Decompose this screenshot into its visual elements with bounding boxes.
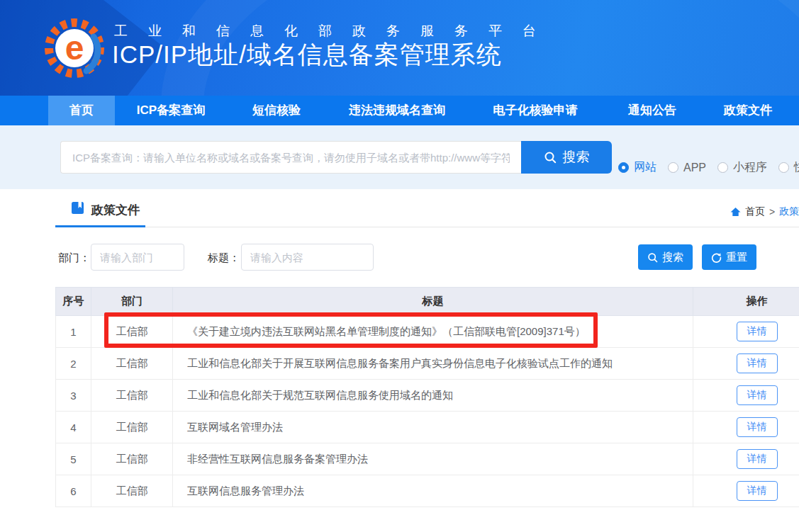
row-no: 2 <box>56 348 91 380</box>
nav-item-policy-files[interactable]: 政策文件 <box>702 96 794 125</box>
title-filter-label: 标题： <box>208 251 240 265</box>
detail-button[interactable]: 详情 <box>737 353 778 373</box>
breadcrumb-home-link[interactable]: 首页 <box>745 205 765 218</box>
row-dept: 工信部 <box>91 475 173 507</box>
radio-option-app[interactable]: APP <box>668 162 706 174</box>
row-dept: 工信部 <box>91 412 173 443</box>
row-title: 非经营性互联网信息服务备案管理办法 <box>173 443 693 475</box>
filter-search-button[interactable]: 搜索 <box>638 244 693 270</box>
breadcrumb: 首页 > 政策文件 <box>730 205 799 218</box>
row-no: 4 <box>56 412 91 443</box>
home-icon <box>730 207 741 217</box>
radio-icon <box>618 162 629 173</box>
nav-item-announcements[interactable]: 通知公告 <box>603 96 702 125</box>
row-no: 5 <box>56 443 91 475</box>
detail-button[interactable]: 详情 <box>737 449 778 469</box>
nav-item-home[interactable]: 首页 <box>48 96 115 125</box>
table-row: 3 工信部 工业和信息化部关于规范互联网信息服务使用域名的通知 详情 <box>56 380 799 412</box>
detail-button[interactable]: 详情 <box>737 417 778 437</box>
row-no: 6 <box>56 475 91 507</box>
radio-icon <box>778 162 789 173</box>
radio-icon <box>717 162 728 173</box>
nav-item-icp-query[interactable]: ICP备案查询 <box>115 96 227 125</box>
dept-filter-input[interactable] <box>91 244 184 271</box>
row-actions: 详情 <box>693 316 799 348</box>
row-actions: 详情 <box>693 380 799 412</box>
section-title: 政策文件 <box>91 202 140 218</box>
table-row: 6 工信部 互联网信息服务管理办法 详情 <box>56 475 799 507</box>
radio-label: APP <box>683 162 706 174</box>
icp-search-button-label: 搜索 <box>563 148 590 166</box>
row-dept: 工信部 <box>91 380 173 412</box>
nav-item-e-verify-apply[interactable]: 电子化核验申请 <box>468 96 603 125</box>
table-row: 2 工信部 工业和信息化部关于开展互联网信息服务备案用户真实身份信息电子化核验试… <box>56 348 799 380</box>
col-header-title: 标题 <box>173 288 693 316</box>
row-title: 《关于建立境内违法互联网站黑名单管理制度的通知》（工信部联电管[2009]371… <box>173 316 693 348</box>
row-title: 工业和信息化部关于规范互联网信息服务使用域名的通知 <box>173 380 693 412</box>
table-row: 1 工信部 《关于建立境内违法互联网站黑名单管理制度的通知》（工信部联电管[20… <box>56 316 799 348</box>
radio-icon <box>668 162 678 173</box>
row-actions: 详情 <box>693 475 799 507</box>
row-actions: 详情 <box>693 412 799 443</box>
table-row: 4 工信部 互联网域名管理办法 详情 <box>56 412 799 443</box>
section-active-tab-bar <box>55 225 145 227</box>
logo-letter-e: e <box>65 29 84 67</box>
row-dept: 工信部 <box>91 348 173 380</box>
col-header-no: 序号 <box>56 288 91 316</box>
radio-label: 小程序 <box>733 160 767 175</box>
gear-e-logo-icon: e <box>43 16 106 81</box>
filter-reset-button[interactable]: 重置 <box>702 244 756 270</box>
col-header-dept: 部门 <box>91 288 173 316</box>
refresh-icon <box>711 252 722 263</box>
nav-item-sms-verify[interactable]: 短信核验 <box>227 96 326 125</box>
search-icon <box>647 252 658 263</box>
policy-doc-icon <box>71 201 84 215</box>
radio-option-website[interactable]: 网站 <box>618 160 656 175</box>
radio-option-quickapp[interactable]: 快应用 <box>778 160 799 175</box>
radio-option-miniprogram[interactable]: 小程序 <box>717 160 767 175</box>
site-header: e 工业和信息化部政务服务平台 ICP/IP地址/域名信息备案管理系统 <box>0 0 799 96</box>
icp-search-input[interactable] <box>60 141 521 174</box>
row-actions: 详情 <box>693 443 799 475</box>
search-icon <box>544 151 557 164</box>
main-nav: 首页 ICP备案查询 短信核验 违法违规域名查询 电子化核验申请 通知公告 政策… <box>0 96 799 125</box>
row-dept: 工信部 <box>91 316 173 348</box>
title-filter-input[interactable] <box>241 244 374 271</box>
row-actions: 详情 <box>693 348 799 380</box>
nav-item-illegal-domains[interactable]: 违法违规域名查询 <box>326 96 468 125</box>
detail-button[interactable]: 详情 <box>737 322 778 341</box>
filter-search-label: 搜索 <box>662 251 683 264</box>
col-header-op: 操作 <box>693 288 799 316</box>
table-header-row: 序号 部门 标题 操作 <box>56 288 799 316</box>
radio-label: 网站 <box>634 160 656 175</box>
row-no: 3 <box>56 380 91 412</box>
query-type-radio-group: 网站 APP 小程序 快应用 <box>618 160 799 175</box>
row-title: 工业和信息化部关于开展互联网信息服务备案用户真实身份信息电子化核验试点工作的通知 <box>173 348 693 380</box>
page: e 工业和信息化部政务服务平台 ICP/IP地址/域名信息备案管理系统 首页 I… <box>0 0 799 532</box>
detail-button[interactable]: 详情 <box>737 385 778 405</box>
detail-button[interactable]: 详情 <box>737 481 778 501</box>
policy-table: 序号 部门 标题 操作 1 工信部 《关于建立境内违法互联网站黑名单管理制度的通… <box>55 287 799 507</box>
page-title: ICP/IP地址/域名信息备案管理系统 <box>112 38 502 72</box>
section-divider <box>55 227 799 227</box>
row-title: 互联网信息服务管理办法 <box>173 475 693 507</box>
row-no: 1 <box>56 316 91 348</box>
table-row: 5 工信部 非经营性互联网信息服务备案管理办法 详情 <box>56 443 799 475</box>
header-tagline: 工业和信息化部政务服务平台 <box>114 22 557 40</box>
radio-label: 快应用 <box>794 160 799 175</box>
filter-reset-label: 重置 <box>726 251 747 264</box>
breadcrumb-separator: > <box>769 206 775 217</box>
row-title: 互联网域名管理办法 <box>173 412 693 443</box>
icp-search-button[interactable]: 搜索 <box>521 141 612 174</box>
dept-filter-label: 部门： <box>58 251 90 265</box>
row-dept: 工信部 <box>91 443 173 475</box>
icp-query-band: 搜索 网站 APP 小程序 快应用 <box>0 125 799 189</box>
breadcrumb-current: 政策文件 <box>779 205 799 218</box>
